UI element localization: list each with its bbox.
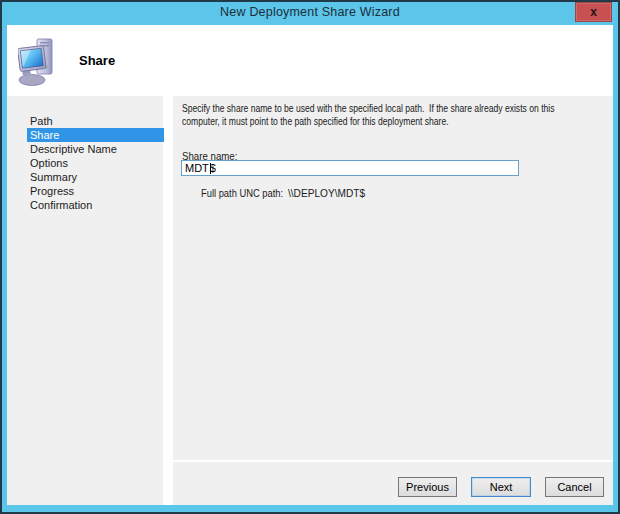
input-text-before-caret: MDT: [185, 162, 209, 174]
sidebar-item-share[interactable]: Share: [27, 128, 164, 142]
sidebar-item-path[interactable]: Path: [27, 114, 164, 128]
sidebar-item-confirmation[interactable]: Confirmation: [27, 198, 164, 212]
close-icon: x: [590, 6, 597, 18]
dialog-body: Share Path Share Descriptive Name Option…: [7, 25, 613, 505]
titlebar[interactable]: New Deployment Share Wizard x: [2, 2, 618, 25]
wizard-window: New Deployment Share Wizard x: [0, 0, 620, 514]
sidebar-item-descriptive-name[interactable]: Descriptive Name: [27, 142, 164, 156]
share-name-input[interactable]: MDT$: [181, 160, 519, 176]
page-title: Share: [79, 53, 115, 68]
unc-path-label: Full path UNC path:: [201, 187, 283, 199]
next-button[interactable]: Next: [471, 477, 531, 497]
unc-path-value: \\DEPLOY\MDT$: [288, 187, 365, 199]
computer-icon: [18, 36, 56, 88]
close-button[interactable]: x: [575, 2, 612, 22]
input-text-after-caret: $: [210, 162, 216, 174]
wizard-steps-nav: Path Share Descriptive Name Options Summ…: [27, 114, 164, 212]
previous-button[interactable]: Previous: [398, 477, 457, 497]
instruction-text-line2: computer, it must point to the path spec…: [182, 115, 449, 128]
content-panel: [173, 96, 613, 460]
instruction-text-line1: Specify the share name to be used with t…: [182, 102, 554, 115]
window-title: New Deployment Share Wizard: [2, 5, 618, 19]
sidebar-item-progress[interactable]: Progress: [27, 184, 164, 198]
sidebar-item-summary[interactable]: Summary: [27, 170, 164, 184]
sidebar-item-options[interactable]: Options: [27, 156, 164, 170]
cancel-button[interactable]: Cancel: [545, 477, 604, 497]
